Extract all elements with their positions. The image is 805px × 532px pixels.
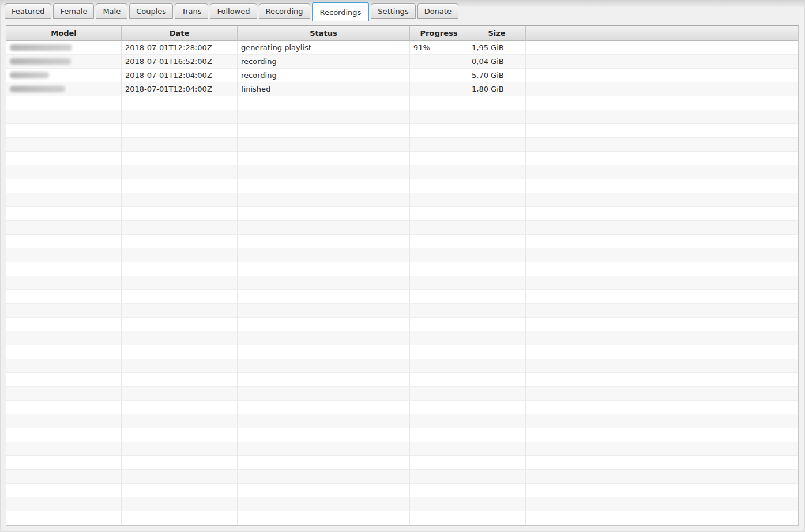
tab-female[interactable]: Female <box>53 3 94 19</box>
table-row[interactable] <box>6 124 798 138</box>
tab-donate[interactable]: Donate <box>417 3 458 19</box>
size-cell <box>468 96 526 110</box>
table-row[interactable] <box>6 138 798 152</box>
filler-cell <box>526 179 798 193</box>
table-row[interactable] <box>6 96 798 110</box>
tab-couples[interactable]: Couples <box>129 3 173 19</box>
filler-cell <box>526 110 798 124</box>
status-cell <box>238 456 410 470</box>
tab-followed[interactable]: Followed <box>210 3 257 19</box>
tab-trans[interactable]: Trans <box>175 3 208 19</box>
recordings-table-body: 2018-07-01T12:28:00Zgenerating playlist9… <box>6 41 798 525</box>
size-cell <box>468 207 526 221</box>
date-cell <box>122 511 238 525</box>
progress-cell <box>410 69 468 82</box>
tab-recordings[interactable]: Recordings <box>312 2 370 21</box>
progress-cell <box>410 470 468 484</box>
model-cell <box>6 41 122 55</box>
date-cell <box>122 276 238 290</box>
table-row[interactable] <box>6 345 798 359</box>
column-header-date[interactable]: Date <box>122 26 238 41</box>
table-row[interactable]: 2018-07-01T16:52:00Zrecording0,04 GiB <box>6 55 798 69</box>
model-cell <box>6 401 122 414</box>
filler-cell <box>526 401 798 414</box>
status-cell <box>238 304 410 318</box>
status-cell <box>238 484 410 497</box>
date-cell <box>122 414 238 428</box>
date-cell <box>122 207 238 221</box>
date-cell <box>122 373 238 387</box>
table-row[interactable] <box>6 331 798 345</box>
date-cell: 2018-07-01T16:52:00Z <box>122 55 238 69</box>
table-row[interactable] <box>6 262 798 276</box>
table-row[interactable] <box>6 152 798 165</box>
table-row[interactable]: 2018-07-01T12:28:00Zgenerating playlist9… <box>6 41 798 55</box>
table-row[interactable] <box>6 497 798 511</box>
date-cell <box>122 221 238 235</box>
size-cell: 5,70 GiB <box>468 69 526 82</box>
filler-cell <box>526 82 798 96</box>
status-cell <box>238 193 410 207</box>
progress-cell <box>410 290 468 304</box>
progress-cell: 91% <box>410 41 468 55</box>
table-row[interactable] <box>6 373 798 387</box>
tab-male[interactable]: Male <box>96 3 127 19</box>
size-cell <box>468 248 526 262</box>
size-cell: 1,80 GiB <box>468 82 526 96</box>
model-cell <box>6 276 122 290</box>
size-cell <box>468 318 526 331</box>
table-row[interactable] <box>6 165 798 179</box>
table-row[interactable] <box>6 456 798 470</box>
status-cell <box>238 179 410 193</box>
table-row[interactable] <box>6 387 798 401</box>
table-row[interactable] <box>6 290 798 304</box>
model-cell <box>6 387 122 401</box>
table-row[interactable] <box>6 276 798 290</box>
table-row[interactable] <box>6 401 798 414</box>
table-row[interactable] <box>6 179 798 193</box>
date-cell <box>122 96 238 110</box>
table-row[interactable] <box>6 318 798 331</box>
table-row[interactable]: 2018-07-01T12:04:00Zrecording5,70 GiB <box>6 69 798 82</box>
table-row[interactable] <box>6 484 798 497</box>
column-header-progress[interactable]: Progress <box>410 26 468 41</box>
table-row[interactable] <box>6 193 798 207</box>
date-cell <box>122 387 238 401</box>
progress-cell <box>410 110 468 124</box>
status-cell <box>238 511 410 525</box>
table-row[interactable] <box>6 207 798 221</box>
model-cell <box>6 470 122 484</box>
tab-recording[interactable]: Recording <box>259 3 310 19</box>
column-header-size[interactable]: Size <box>468 26 526 41</box>
table-row[interactable] <box>6 359 798 373</box>
table-row[interactable] <box>6 442 798 456</box>
model-cell <box>6 456 122 470</box>
table-row[interactable] <box>6 110 798 124</box>
status-cell <box>238 276 410 290</box>
date-cell: 2018-07-01T12:04:00Z <box>122 82 238 96</box>
tab-settings[interactable]: Settings <box>371 3 415 19</box>
redacted-model-name <box>10 86 65 92</box>
table-row[interactable] <box>6 470 798 484</box>
table-row[interactable] <box>6 235 798 248</box>
table-row[interactable] <box>6 511 798 525</box>
column-header-status[interactable]: Status <box>238 26 410 41</box>
date-cell <box>122 165 238 179</box>
model-cell <box>6 69 122 82</box>
table-row[interactable] <box>6 428 798 442</box>
date-cell <box>122 235 238 248</box>
filler-cell <box>526 138 798 152</box>
table-row[interactable] <box>6 304 798 318</box>
model-cell <box>6 497 122 511</box>
filler-cell <box>526 207 798 221</box>
column-header-model[interactable]: Model <box>6 26 122 41</box>
tab-featured[interactable]: Featured <box>5 3 51 19</box>
filler-cell <box>526 262 798 276</box>
table-row[interactable]: 2018-07-01T12:04:00Zfinished1,80 GiB <box>6 82 798 96</box>
table-row[interactable] <box>6 221 798 235</box>
table-row[interactable] <box>6 248 798 262</box>
table-row[interactable] <box>6 414 798 428</box>
size-cell <box>468 414 526 428</box>
date-cell <box>122 331 238 345</box>
model-cell <box>6 138 122 152</box>
